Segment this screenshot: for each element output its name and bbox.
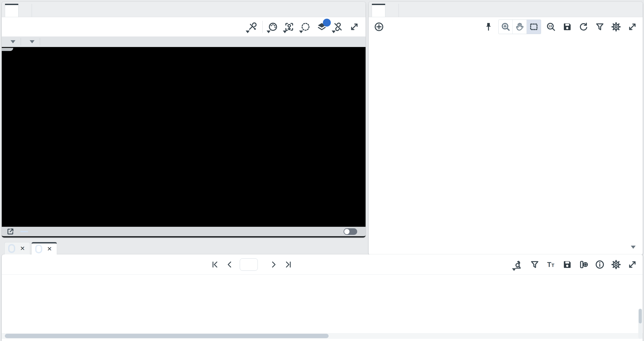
gear-icon: [611, 22, 621, 32]
table-info-button[interactable]: [593, 258, 606, 271]
save-chart-button[interactable]: [560, 20, 574, 34]
table-color-dot: [36, 246, 41, 252]
coverage-tabstrip: [2, 2, 366, 17]
prev-page-icon[interactable]: [225, 260, 234, 269]
horizontal-scrollbar[interactable]: [2, 333, 643, 339]
expand-icon: [627, 260, 638, 270]
click-lock-toggle[interactable]: [344, 228, 357, 235]
tab-coverage[interactable]: [5, 4, 18, 17]
chart-panel: [369, 2, 643, 255]
add-column-icon: [578, 260, 588, 270]
select-rect-icon: [529, 22, 539, 32]
tab-active-chart[interactable]: [372, 4, 385, 17]
sky-coverage-view[interactable]: [2, 47, 366, 227]
open-in-new-button[interactable]: [5, 227, 16, 236]
vertical-scrollbar[interactable]: [638, 309, 642, 339]
zoom-in-icon: [500, 22, 511, 32]
save-icon: [562, 260, 572, 270]
page-number-input[interactable]: [240, 258, 258, 271]
last-page-icon[interactable]: [284, 260, 292, 269]
pan-mode-button[interactable]: [513, 20, 527, 34]
table-tab-1[interactable]: ✕: [4, 242, 30, 254]
chevron-down-icon: [30, 40, 34, 43]
dropdown-caret-icon: [283, 30, 287, 33]
open-in-new-icon: [6, 227, 14, 236]
zoom-original-button[interactable]: [544, 20, 558, 34]
projection-dropdown[interactable]: [21, 36, 40, 47]
circle-plus-icon: [374, 22, 384, 32]
filter-table-button[interactable]: [528, 258, 542, 271]
pin-chart-button[interactable]: [482, 20, 495, 34]
zoom-1x-icon: [546, 22, 556, 32]
color-palette-button[interactable]: [266, 20, 280, 34]
table-pager-bar: [2, 254, 643, 275]
pagination: [211, 254, 298, 275]
layers-button[interactable]: [315, 20, 328, 34]
chart-toolbar: [369, 17, 643, 36]
table-tab-2[interactable]: ✕: [32, 242, 57, 254]
dropdown-caret-icon: [246, 30, 250, 33]
chevron-down-icon: [10, 40, 16, 43]
chart-mode-group: [498, 19, 541, 34]
chart-settings-button[interactable]: [609, 20, 623, 34]
dropdown-caret-icon: [266, 30, 270, 33]
expand-chart-button[interactable]: [626, 20, 639, 34]
recenter-button[interactable]: [282, 20, 296, 34]
add-chart-button[interactable]: [372, 20, 386, 34]
info-icon: [595, 260, 605, 270]
divider: [40, 38, 40, 45]
close-icon[interactable]: ✕: [47, 245, 52, 253]
first-page-icon[interactable]: [211, 260, 220, 269]
save-table-button[interactable]: [560, 258, 574, 271]
scatter-chart[interactable]: [369, 36, 643, 255]
filter-chart-button[interactable]: [593, 20, 606, 34]
rotate-icon: [578, 22, 588, 32]
chart-tabstrip: [369, 2, 643, 17]
hand-icon: [515, 22, 525, 32]
layers-count-badge: [323, 19, 331, 26]
expand-icon: [627, 22, 638, 32]
toggle-knob: [344, 229, 350, 234]
survey-overlay-label: [2, 48, 13, 51]
view-options-bar: [2, 36, 366, 47]
tab-details[interactable]: [385, 4, 399, 17]
tab-data-product[interactable]: [18, 4, 32, 17]
zoom-mode-button[interactable]: [498, 20, 513, 34]
table-color-dot: [10, 245, 14, 252]
table-toolbar: [510, 254, 640, 275]
coordinate-readout: [20, 231, 28, 232]
dropdown-caret-icon: [332, 30, 336, 33]
table-settings-button[interactable]: [609, 258, 623, 271]
hips-moc-dropdown[interactable]: [2, 36, 21, 47]
hscroll-thumb[interactable]: [5, 334, 328, 338]
tools-button[interactable]: [245, 20, 259, 34]
expand-button[interactable]: [348, 20, 361, 34]
firefly-app: ✕ ✕: [0, 0, 644, 341]
close-icon[interactable]: ✕: [20, 245, 25, 252]
add-column-button[interactable]: [577, 258, 590, 271]
unlink-button[interactable]: [331, 20, 345, 34]
expand-icon: [349, 22, 360, 32]
next-page-icon[interactable]: [269, 260, 278, 269]
select-mode-button[interactable]: [527, 20, 541, 34]
collapse-table-chevron-icon[interactable]: [631, 246, 636, 249]
save-icon: [562, 22, 572, 32]
filter-funnel-icon: [530, 260, 540, 270]
select-region-button[interactable]: [299, 20, 312, 34]
text-view-button[interactable]: [544, 258, 558, 271]
coverage-toolbar: [2, 17, 366, 36]
gear-icon: [611, 260, 621, 270]
filter-funnel-icon: [595, 22, 605, 32]
coverage-panel: [2, 2, 366, 238]
dropdown-caret-icon: [299, 30, 303, 33]
table-panel: [2, 254, 643, 341]
pin-icon: [484, 22, 494, 32]
expand-table-button[interactable]: [626, 258, 639, 271]
vscroll-thumb[interactable]: [639, 309, 642, 324]
text-Tt-icon: [546, 260, 556, 270]
table-tabstrip: ✕ ✕: [4, 241, 58, 254]
coverage-statusbar: [2, 227, 366, 238]
job-monitor-button[interactable]: [512, 258, 525, 271]
sky-image: [2, 47, 366, 227]
restore-chart-button[interactable]: [577, 20, 590, 34]
